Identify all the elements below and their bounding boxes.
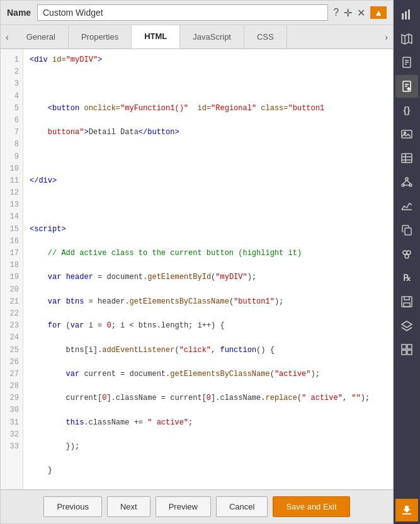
svg-rect-25 bbox=[405, 228, 411, 235]
save-icon[interactable] bbox=[395, 290, 418, 313]
svg-line-21 bbox=[403, 180, 407, 184]
svg-point-27 bbox=[407, 251, 411, 254]
tab-prev-arrow[interactable]: ‹ bbox=[1, 27, 14, 47]
network-icon[interactable] bbox=[395, 171, 418, 193]
tab-javascript[interactable]: JavaScript bbox=[180, 26, 244, 48]
svg-rect-33 bbox=[407, 345, 412, 349]
header-icons: ? ✛ ✕ ▲ bbox=[333, 6, 387, 19]
tab-css[interactable]: CSS bbox=[244, 26, 287, 48]
svg-rect-2 bbox=[408, 9, 410, 20]
svg-rect-37 bbox=[402, 513, 411, 515]
svg-point-28 bbox=[405, 254, 409, 258]
footer: Previous Next Preview Cancel Save and Ex… bbox=[1, 489, 393, 523]
download-icon[interactable] bbox=[395, 499, 418, 521]
next-button[interactable]: Next bbox=[107, 496, 150, 517]
rx-icon[interactable]: ℞ bbox=[395, 266, 418, 289]
grid-icon[interactable] bbox=[395, 338, 418, 361]
header: Name ? ✛ ✕ ▲ bbox=[1, 1, 393, 25]
document-icon[interactable] bbox=[395, 51, 418, 74]
help-icon[interactable]: ? bbox=[333, 7, 339, 18]
svg-rect-32 bbox=[402, 345, 406, 349]
svg-marker-31 bbox=[402, 321, 412, 328]
name-input[interactable] bbox=[37, 4, 328, 21]
svg-rect-35 bbox=[407, 350, 412, 355]
svg-marker-36 bbox=[403, 506, 411, 513]
tab-html[interactable]: HTML bbox=[132, 25, 180, 48]
svg-point-18 bbox=[406, 178, 408, 180]
svg-rect-30 bbox=[404, 303, 410, 307]
code-content[interactable]: <div id="myDIV"> <button onclick="myFunc… bbox=[23, 49, 393, 489]
file-edit-icon[interactable] bbox=[395, 75, 418, 98]
cancel-button[interactable]: Cancel bbox=[216, 496, 268, 517]
tab-next-arrow[interactable]: › bbox=[380, 27, 393, 47]
code-editor: 12345 678910 1112131415 1617181920 21222… bbox=[1, 49, 393, 489]
svg-rect-14 bbox=[402, 154, 412, 162]
svg-point-26 bbox=[403, 251, 407, 254]
table-icon[interactable] bbox=[395, 147, 418, 169]
save-exit-button[interactable]: Save and Exit bbox=[273, 496, 349, 517]
preview-button[interactable]: Preview bbox=[156, 496, 211, 517]
svg-line-22 bbox=[407, 180, 411, 184]
braces-icon[interactable]: {} bbox=[395, 99, 418, 122]
line-numbers: 12345 678910 1112131415 1617181920 21222… bbox=[1, 49, 23, 489]
chart-bar-icon[interactable] bbox=[395, 3, 418, 26]
tab-properties[interactable]: Properties bbox=[69, 26, 132, 48]
chart-line-icon[interactable] bbox=[395, 195, 418, 217]
tab-general[interactable]: General bbox=[14, 26, 69, 48]
name-label: Name bbox=[7, 8, 32, 18]
svg-rect-1 bbox=[405, 11, 407, 20]
upload-icon[interactable]: ▲ bbox=[370, 6, 387, 19]
right-sidebar: {} ℞ bbox=[394, 0, 420, 524]
svg-rect-34 bbox=[402, 350, 406, 355]
copy-icon[interactable] bbox=[395, 219, 418, 241]
tabs-bar: ‹ General Properties HTML JavaScript CSS… bbox=[1, 25, 393, 49]
svg-rect-0 bbox=[402, 13, 404, 20]
previous-button[interactable]: Previous bbox=[43, 496, 102, 517]
close-icon[interactable]: ✕ bbox=[357, 7, 365, 19]
layers-icon[interactable] bbox=[395, 314, 418, 337]
image-icon[interactable] bbox=[395, 123, 418, 145]
group-icon[interactable] bbox=[395, 242, 418, 265]
map-icon[interactable] bbox=[395, 27, 418, 50]
move-icon[interactable]: ✛ bbox=[344, 7, 352, 19]
